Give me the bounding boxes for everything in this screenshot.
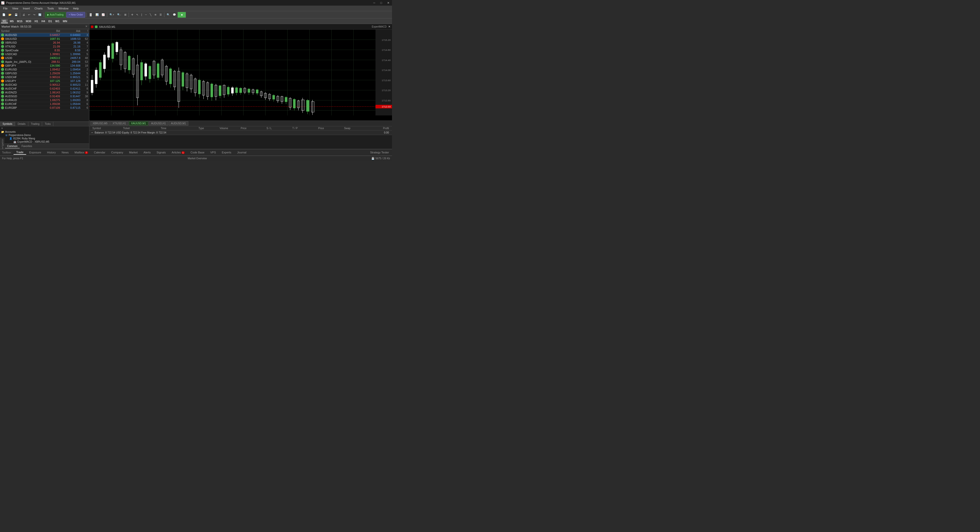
- print-button[interactable]: 🖨: [21, 12, 26, 18]
- tline-button[interactable]: ╲: [148, 12, 153, 18]
- market-watch-row-audsgd[interactable]: AUDSGD 0.91409 0.91447 38: [0, 94, 89, 98]
- bottom-tab-company[interactable]: Company: [109, 150, 126, 155]
- tf-mn[interactable]: MN: [61, 19, 68, 23]
- new-order-button[interactable]: + New Order: [66, 12, 85, 18]
- autotrading-button[interactable]: ▶ AutoTrading: [45, 12, 66, 18]
- chart-tab-xauusd-m1[interactable]: XAUUSD,M1: [129, 121, 148, 126]
- nav-pepperstone-demo-item[interactable]: 🖥 Pepperstone-Demo: [0, 134, 89, 137]
- bottom-tab-alerts[interactable]: Alerts: [141, 150, 153, 155]
- period-sep-button[interactable]: |: [140, 12, 143, 18]
- fit-button[interactable]: ⊞: [123, 12, 127, 18]
- tf-d1[interactable]: D1: [47, 19, 54, 23]
- chart-tab-xtiusd[interactable]: XTIUSD,H1: [110, 121, 128, 126]
- market-watch-row-eurchf[interactable]: EURCHF 1.05638 1.05644 6: [0, 102, 89, 106]
- bottom-tab-codebase[interactable]: Code Base: [188, 150, 207, 155]
- market-watch-row-audnzd[interactable]: AUDNZD 1.06143 1.06152 9: [0, 91, 89, 94]
- nav-tab-common[interactable]: Common: [5, 144, 20, 148]
- market-watch-row-eurusd[interactable]: EURUSD 1.09452 1.09454 2: [0, 68, 89, 72]
- market-watch-row-eurgbp[interactable]: EURGBP 0.87109 0.87115 6: [0, 106, 89, 110]
- nav-accounts-item[interactable]: 📁 Accounts: [0, 130, 89, 134]
- line-chart-button[interactable]: 📈: [100, 12, 106, 18]
- hline-button[interactable]: ─: [144, 12, 148, 18]
- maximize-button[interactable]: □: [379, 1, 383, 5]
- menu-file[interactable]: File: [1, 6, 10, 11]
- tf-w1[interactable]: W1: [54, 19, 61, 23]
- mw-tab-ticks[interactable]: Ticks: [42, 122, 53, 126]
- market-watch-row-audcad[interactable]: AUDCAD 0.90512 0.90523 11: [0, 83, 89, 87]
- menu-help[interactable]: Help: [71, 6, 81, 11]
- new-chart-button[interactable]: 📄: [1, 12, 6, 18]
- nav-account-item[interactable]: 👤 81394: Ruby Wang: [0, 137, 89, 140]
- cursor-button[interactable]: ↖: [135, 12, 140, 18]
- redo-button[interactable]: ↪: [32, 12, 37, 18]
- market-watch-close[interactable]: ✕: [85, 25, 88, 28]
- menu-view[interactable]: View: [10, 6, 21, 11]
- market-watch-row-appleincaaplo[interactable]: Apple_Inc_(AAPL.O) 288.51 289.04 53: [0, 60, 89, 64]
- tf-h4[interactable]: H4: [40, 19, 46, 23]
- bottom-tab-history[interactable]: History: [45, 150, 59, 155]
- market-watch-row-xbrusd[interactable]: XBRUSD 26.94 26.98 4: [0, 41, 89, 45]
- chat-button[interactable]: 💬: [172, 12, 177, 18]
- chart-tab-audusd-m1[interactable]: AUDUSD,M1: [169, 121, 188, 126]
- tf-m1[interactable]: M1: [1, 19, 8, 23]
- market-watch-row-gbpjpy[interactable]: GBPJPY 134.590 134.608 18: [0, 64, 89, 68]
- tf-h1[interactable]: H1: [33, 19, 40, 23]
- market-watch-row-usdjpy[interactable]: USDJPY 107.125 107.128 3: [0, 79, 89, 83]
- bottom-tab-calendar[interactable]: Calendar: [91, 150, 108, 155]
- menu-charts[interactable]: Charts: [32, 6, 45, 11]
- market-watch-row-usdcad[interactable]: USDCAD 1.39991 1.39996 5: [0, 53, 89, 56]
- bottom-tab-mailbox[interactable]: Mailbox7: [72, 150, 91, 155]
- bottom-tab-news[interactable]: News: [59, 150, 72, 155]
- sym-name: US30: [5, 56, 40, 59]
- nav-ea1-item[interactable]: 🤖 ExpertMACD - XBRUSD,M5: [0, 140, 89, 143]
- market-watch-row-usdchf[interactable]: USDCHF 0.96516 0.96521 5: [0, 75, 89, 79]
- chart-tab-audusd-h1[interactable]: AUDUSD,H1: [149, 121, 168, 126]
- nav-tab-favorites[interactable]: Favorites: [20, 144, 34, 148]
- mw-tab-trading[interactable]: Trading: [28, 122, 42, 126]
- toolbox-label[interactable]: Toolbox: [1, 151, 12, 154]
- zoom-out-button[interactable]: 🔍-: [116, 12, 122, 18]
- chart-area[interactable]: 1715.20 1714.80 1714.40 1714.00 1713.60 …: [89, 30, 392, 121]
- market-watch-row-audchf[interactable]: AUDCHF 0.62403 0.62411 8: [0, 87, 89, 91]
- undo-button[interactable]: ↩: [27, 12, 32, 18]
- nav-close-button[interactable]: ✕: [0, 126, 89, 130]
- open-button[interactable]: 📂: [7, 12, 13, 18]
- strategy-tester-button[interactable]: Strategy Tester: [368, 150, 391, 155]
- market-watch-row-us30[interactable]: US30 24053.0 24057.8 48: [0, 56, 89, 60]
- tf-m30[interactable]: M30: [24, 19, 33, 23]
- minimize-button[interactable]: ─: [372, 1, 377, 5]
- mw-tab-symbols[interactable]: Symbols: [0, 122, 15, 126]
- crosshair-button[interactable]: ✛: [130, 12, 135, 18]
- menu-tools[interactable]: Tools: [45, 6, 56, 11]
- indicators-button[interactable]: ≋: [153, 12, 158, 18]
- market-watch-row-euraud[interactable]: EURAUD 1.69275 1.69283 8: [0, 98, 89, 102]
- mw-tab-details[interactable]: Details: [15, 122, 28, 126]
- refresh-button[interactable]: 🔄: [37, 12, 43, 18]
- market-watch-row-gbpusd[interactable]: GBPUSD 1.25639 1.25644 5: [0, 72, 89, 75]
- menu-insert[interactable]: Insert: [21, 6, 32, 11]
- candle-chart-button[interactable]: 📊: [94, 12, 100, 18]
- bottom-tab-signals[interactable]: Signals: [154, 150, 169, 155]
- bottom-tab-journal[interactable]: Journal: [234, 150, 249, 155]
- templates-button[interactable]: ☰: [158, 12, 163, 18]
- market-watch-row-audusd[interactable]: AUDUSD 0.64657 0.64660 3: [0, 33, 89, 37]
- bottom-tab-trade[interactable]: Trade: [14, 150, 26, 155]
- market-watch-row-xauusd[interactable]: XAUUSD 1687.91 1688.53 62: [0, 37, 89, 41]
- chart-close-button[interactable]: ✕: [388, 25, 390, 28]
- market-watch-row-xtiusd[interactable]: XTIUSD 21.09 21.16 7: [0, 45, 89, 48]
- save-button[interactable]: 💾: [13, 12, 19, 18]
- menu-window[interactable]: Window: [56, 6, 70, 11]
- bar-chart-button[interactable]: ▐▌: [88, 12, 94, 18]
- bottom-tab-exposure[interactable]: Exposure: [27, 150, 44, 155]
- tf-m15[interactable]: M15: [16, 19, 24, 23]
- bottom-tab-vps[interactable]: VPS: [208, 150, 219, 155]
- close-button[interactable]: ✕: [386, 1, 391, 5]
- zoom-in-button[interactable]: 🔍+: [108, 12, 115, 18]
- search-button[interactable]: 🔍: [165, 12, 171, 18]
- market-watch-row-spotcrude[interactable]: SpotCrude 8.55 8.59 4: [0, 48, 89, 53]
- bottom-tab-articles[interactable]: Articles1: [169, 150, 188, 155]
- tf-m5[interactable]: M5: [8, 19, 15, 23]
- chart-tab-xbrusd[interactable]: XBRUSD,M5: [90, 121, 110, 126]
- bottom-tab-experts[interactable]: Experts: [219, 150, 234, 155]
- bottom-tab-market[interactable]: Market: [127, 150, 141, 155]
